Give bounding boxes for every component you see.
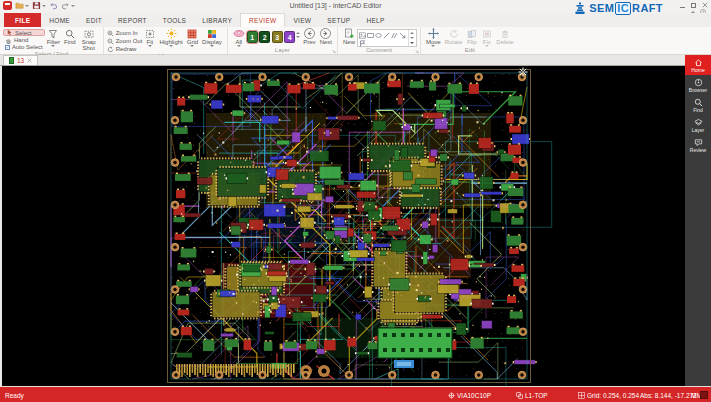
fit-button[interactable]: Fit (142, 28, 157, 47)
new-comment-button[interactable]: New (341, 28, 357, 45)
shape-polyline[interactable] (391, 31, 399, 39)
grid-dropdown-caret[interactable] (190, 45, 194, 47)
pcb-canvas[interactable] (2, 66, 685, 386)
tab-tools[interactable]: TOOLS (155, 13, 194, 27)
tab-report[interactable]: REPORT (110, 13, 155, 27)
hand-button[interactable]: Hand (3, 37, 45, 43)
status-corner-icon[interactable] (700, 391, 708, 399)
open-button[interactable] (15, 1, 29, 10)
group-comment: New (338, 27, 421, 54)
sidebar-item-browser[interactable]: Browser (685, 75, 711, 95)
shape-picture[interactable] (359, 31, 367, 39)
app-window: Untitled [13] - interCAD Editor SEMICRAF… (0, 0, 711, 402)
sidebar-item-home[interactable]: Home (685, 55, 711, 75)
tab-home[interactable]: HOME (41, 13, 78, 27)
layer-2-button[interactable]: 2 (259, 31, 270, 43)
group-select-find: Select Hand Auto Select Filter (0, 27, 104, 54)
filter-dropdown-caret[interactable] (51, 45, 55, 47)
grid-button[interactable]: Grid (185, 28, 200, 47)
via-icon (448, 392, 455, 399)
minimize-button[interactable] (680, 7, 685, 8)
document-tab-label: 13 (17, 57, 24, 64)
filter-button[interactable]: Filter (45, 28, 62, 47)
shape-flag[interactable] (359, 39, 367, 47)
find-button[interactable]: Find (62, 28, 78, 45)
rotate-button[interactable]: Rotate (443, 28, 465, 45)
undo-button[interactable] (49, 1, 58, 10)
tab-view[interactable]: VIEW (285, 13, 319, 27)
brand-post: RAFT (632, 3, 663, 14)
redo-icon (61, 1, 70, 10)
move-icon (428, 28, 439, 39)
layer-1-button[interactable]: 1 (247, 31, 258, 43)
menu-bar: FILE HOME EDIT REPORT TOOLS LIBRARY REVI… (0, 13, 711, 27)
group-label-layer: Layer (228, 47, 337, 54)
layer-dialog-launcher[interactable]: ↘ (332, 48, 336, 54)
layer-scroll-spinner[interactable] (296, 32, 300, 38)
tab-review[interactable]: REVIEW (240, 13, 285, 27)
zoom-out-button[interactable]: Zoom Out (107, 38, 143, 45)
comment-dialog-launcher[interactable]: ↘ (415, 48, 419, 54)
layer-scroll-down-icon[interactable] (296, 36, 300, 38)
shape-line[interactable] (383, 31, 391, 39)
open-dropdown-caret[interactable] (25, 5, 29, 7)
sidebar-item-find[interactable]: Find (685, 95, 711, 115)
fit-dropdown-caret[interactable] (148, 45, 152, 47)
document-close-icon[interactable] (27, 58, 32, 63)
tab-setup[interactable]: SETUP (319, 13, 358, 27)
redraw-icon (107, 46, 114, 53)
move-button[interactable]: Move (424, 28, 443, 47)
group-layer: All 1 2 3 4 Prev (228, 27, 338, 54)
app-icon[interactable] (3, 1, 12, 10)
all-layers-button[interactable]: All (231, 28, 247, 47)
tab-file[interactable]: FILE (4, 13, 41, 27)
redraw-button[interactable]: Redraw (107, 46, 143, 53)
shape-ellipse[interactable] (375, 31, 383, 39)
group-label-comment: Comment (338, 47, 420, 54)
layer-3-button[interactable]: 3 (272, 31, 283, 43)
redo-dropdown-caret[interactable] (71, 5, 75, 7)
zoom-in-button[interactable]: Zoom In (107, 30, 143, 37)
display-button[interactable]: Display (200, 28, 224, 47)
shape-arrow[interactable] (399, 31, 407, 39)
fix-dropdown-caret[interactable] (485, 45, 489, 47)
redo-button[interactable] (61, 1, 75, 10)
cursor-icon (6, 29, 13, 36)
fix-button[interactable]: Fix (479, 28, 494, 47)
gallery-up-icon[interactable] (410, 32, 414, 34)
gallery-down-icon[interactable] (410, 37, 414, 39)
tab-help[interactable]: HELP (358, 13, 392, 27)
display-dropdown-caret[interactable] (210, 45, 214, 47)
close-button[interactable] (702, 2, 708, 8)
document-tab[interactable]: 13 (3, 55, 38, 65)
flip-button[interactable]: Flip (464, 28, 479, 45)
delete-button[interactable]: Delete (494, 28, 515, 45)
save-dropdown-caret[interactable] (42, 5, 46, 7)
prev-layer-button[interactable]: Prev (301, 28, 317, 45)
layer-4-button[interactable]: 4 (284, 31, 295, 43)
zoom-out-icon (107, 38, 114, 45)
trash-icon (500, 29, 510, 39)
document-icon (9, 57, 14, 64)
highlight-button[interactable]: Highlight (157, 28, 184, 47)
sidebar-item-layer[interactable]: Layer (685, 115, 711, 135)
auto-select-checkbox[interactable]: Auto Select (3, 44, 45, 50)
select-button[interactable]: Select (3, 29, 45, 36)
highlight-dropdown-caret[interactable] (169, 45, 173, 47)
gallery-spinner (408, 30, 416, 46)
maximize-button[interactable] (691, 3, 696, 8)
filter-icon (48, 29, 58, 39)
save-button[interactable] (32, 1, 46, 10)
snapshot-button[interactable]: Snap Shot (78, 28, 100, 51)
home-icon (694, 58, 703, 67)
status-active-layer: L1-TOP (516, 391, 548, 399)
shape-rectangle[interactable] (367, 31, 375, 39)
sidebar-item-review[interactable]: Review (685, 135, 711, 155)
layer-scroll-up-icon[interactable] (296, 32, 300, 34)
tab-library[interactable]: LIBRARY (194, 13, 240, 27)
checkbox-checked-icon (5, 45, 10, 50)
tab-edit[interactable]: EDIT (78, 13, 110, 27)
next-layer-button[interactable]: Next (318, 28, 334, 45)
display-icon (207, 29, 217, 39)
gallery-more-icon[interactable] (410, 42, 414, 44)
